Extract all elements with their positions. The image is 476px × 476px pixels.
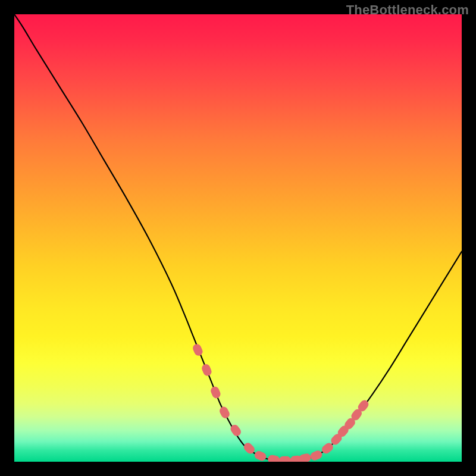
- highlight-dot: [279, 456, 291, 462]
- highlight-dot: [299, 453, 312, 462]
- highlight-dot: [192, 343, 204, 357]
- highlight-dot: [201, 363, 213, 377]
- plot-area: [14, 14, 462, 462]
- highlight-dot: [309, 449, 324, 462]
- bottleneck-curve: [14, 14, 462, 461]
- highlight-dot: [267, 455, 280, 462]
- highlight-dot: [253, 450, 268, 462]
- highlight-dot: [209, 386, 222, 400]
- chart-svg: [14, 14, 462, 462]
- highlight-dot: [218, 405, 231, 419]
- chart-container: TheBottleneck.com: [0, 0, 476, 476]
- highlight-dots: [192, 343, 370, 462]
